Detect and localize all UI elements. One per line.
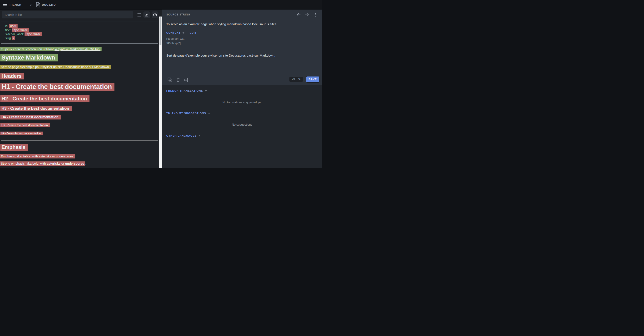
insert-source-button[interactable] [167, 77, 173, 83]
scrollbar-thumb[interactable] [160, 17, 162, 45]
french-translations-toggle[interactable]: FRENCH TRANSLATIONS [166, 89, 207, 92]
document-preview: id: doc1 title: Style Guide sidebar_labe… [0, 10, 159, 168]
top-bar: FRENCH M↓ DOC1.MD [0, 0, 322, 10]
svg-text:M↓: M↓ [37, 5, 39, 6]
chevron-right-icon [199, 135, 200, 137]
tm-suggestions-toggle[interactable]: TM AND MT SUGGESTIONS [166, 112, 210, 115]
other-languages-toggle[interactable]: OTHER LANGUAGES [166, 134, 200, 137]
translations-empty-text: No translations suggested yet [162, 101, 322, 104]
frontmatter-value-string[interactable]: Style Guide [24, 32, 42, 36]
chevron-down-icon [208, 113, 210, 114]
panel-title: SOURCE STRING [166, 13, 190, 16]
frontmatter-key: slug: [5, 37, 12, 40]
scrollbar-track [159, 17, 162, 168]
edit-context-button[interactable]: EDIT [190, 31, 196, 34]
chevron-right-icon [29, 3, 33, 7]
frontmatter-row: id: doc1 [5, 24, 158, 28]
frontmatter-row: title: Style Guide [5, 28, 158, 32]
strong-paragraph-string[interactable]: Strong emphasis, aka bold, with asterisk… [0, 162, 86, 165]
frontmatter-key: title: [5, 28, 11, 32]
selected-paragraph-string[interactable]: Sert de page d'exemple pour styliser un … [0, 65, 111, 69]
more-menu-button[interactable] [313, 12, 318, 17]
save-button[interactable]: SAVE [306, 76, 320, 83]
github-markdown-link[interactable]: la syntaxe Markdown de GitHub. [54, 47, 100, 51]
kebab-menu-icon [313, 12, 318, 17]
emphasis-paragraph-string[interactable]: Emphasis, aka italics, with asterisks or… [0, 154, 75, 158]
headers-heading-string[interactable]: Headers [0, 73, 24, 79]
frontmatter-value-string[interactable]: Style Guide [12, 28, 29, 32]
intro-paragraph-string[interactable]: Tu peux écrire du contenu en utilisant l… [0, 47, 102, 51]
suggestions-empty-text: No suggestions [162, 123, 322, 126]
arrow-right-icon [304, 12, 310, 17]
chevron-down-icon [205, 90, 207, 92]
editor-divider [162, 51, 322, 51]
insert-source-icon [167, 77, 173, 83]
h5-demo-string[interactable]: H5 - Create the best documentation [0, 123, 50, 127]
emphasis-heading-string[interactable]: Emphasis [0, 144, 28, 150]
frontmatter-key: id: [5, 24, 8, 28]
delete-translation-button[interactable] [175, 77, 181, 83]
menu-button[interactable] [3, 3, 8, 7]
frontmatter-key: sidebar_label: [5, 32, 24, 36]
frontmatter-box: id: doc1 title: Style Guide sidebar_labe… [1, 21, 158, 44]
text-cursor-box-icon [184, 77, 189, 83]
frontmatter-row: sidebar_label: Style Guide [5, 32, 158, 36]
frontmatter-value-string[interactable]: / [12, 36, 15, 40]
document-panel: id: doc1 title: Style Guide sidebar_labe… [0, 10, 162, 168]
next-string-button[interactable] [304, 12, 310, 17]
insert-tag-button[interactable] [184, 77, 189, 83]
markdown-heading-string[interactable]: Syntaxe Markdown [0, 54, 58, 61]
previous-string-button[interactable] [296, 12, 301, 17]
markdown-file-icon: M↓ [36, 2, 40, 8]
context-type: Paragraph text [166, 37, 184, 40]
h1-demo-string[interactable]: H1 - Create the best documentation [0, 83, 114, 91]
h3-demo-string[interactable]: H3 - Create the best documentation [0, 106, 72, 111]
source-string-panel: SOURCE STRING To serve as an example pag… [162, 10, 322, 85]
h2-demo-string[interactable]: H2 - Create the best documentation [0, 96, 90, 102]
frontmatter-row: slug: / [5, 36, 158, 40]
frontmatter-value-string[interactable]: doc1 [9, 24, 18, 28]
context-toggle[interactable]: CONTEXT [166, 31, 180, 34]
chevron-down-icon [182, 32, 184, 34]
h4-demo-string[interactable]: H4 - Create the best documentation [0, 115, 61, 119]
trash-icon [176, 77, 181, 82]
source-text: To serve as an example page when styling… [166, 22, 314, 26]
breadcrumb-file: DOC1.MD [42, 0, 56, 10]
hamburger-icon [3, 3, 7, 4]
horizontal-rule [1, 140, 158, 141]
context-xpath: XPath: /p[2] [166, 42, 181, 45]
char-count-badge: 73 • 74 [290, 77, 303, 82]
arrow-left-icon [296, 12, 301, 17]
breadcrumb-project[interactable]: FRENCH [9, 0, 21, 10]
suggestions-panel: FRENCH TRANSLATIONS No translations sugg… [162, 85, 322, 168]
translation-editor[interactable]: Sert de page d'exemple pour styliser un … [166, 54, 314, 57]
app-window: FRENCH M↓ DOC1.MD [0, 0, 322, 168]
h6-demo-string[interactable]: H6 - Create the best documentation [0, 132, 43, 134]
